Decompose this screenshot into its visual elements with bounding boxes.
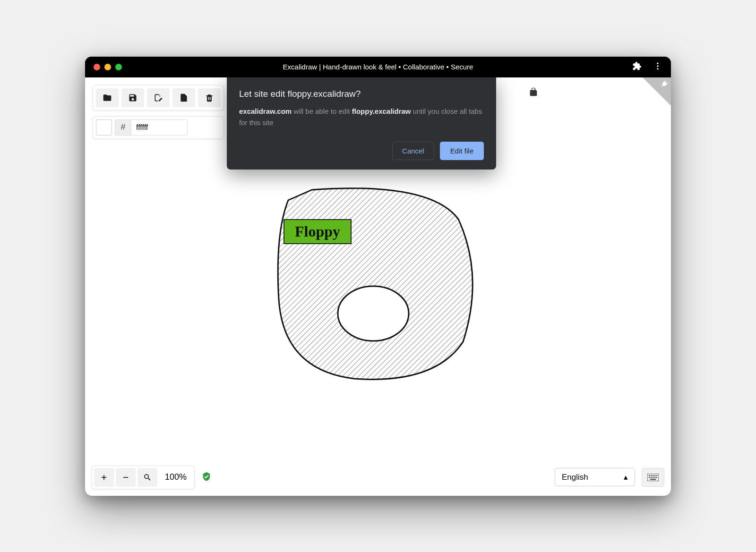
window-controls: [94, 64, 122, 70]
lock-toggle[interactable]: [528, 87, 539, 99]
language-select[interactable]: English ▴: [555, 468, 635, 486]
zoom-controls: 100%: [92, 466, 195, 489]
chevron-up-icon: ▴: [624, 472, 628, 482]
svg-rect-11: [649, 477, 650, 478]
minimize-window-button[interactable]: [104, 64, 111, 70]
extension-icon[interactable]: [632, 61, 642, 73]
file-permission-dialog: Let site edit floppy.excalidraw? excalid…: [227, 77, 496, 170]
svg-rect-12: [651, 477, 652, 478]
zoom-out-button[interactable]: [116, 468, 136, 487]
dialog-filename: floppy.excalidraw: [352, 107, 411, 115]
export-icon: [179, 93, 189, 102]
delete-button[interactable]: [198, 88, 221, 107]
svg-rect-14: [654, 477, 656, 478]
svg-rect-13: [653, 477, 654, 478]
browser-window: Excalidraw | Hand-drawn look & feel • Co…: [85, 57, 671, 496]
svg-point-2: [657, 68, 658, 69]
color-swatch[interactable]: [96, 119, 112, 136]
edit-file-button[interactable]: Edit file: [440, 142, 484, 160]
zoom-level: 100%: [159, 472, 192, 482]
open-button[interactable]: [96, 88, 119, 107]
zoom-in-button[interactable]: [94, 468, 114, 487]
bottom-bar: 100% English ▴: [92, 466, 664, 489]
minus-icon: [121, 473, 130, 482]
canvas-drawing[interactable]: [260, 186, 487, 389]
dialog-site: excalidraw.com: [239, 107, 292, 115]
titlebar: Excalidraw | Hand-drawn look & feel • Co…: [85, 57, 671, 77]
encryption-shield-icon[interactable]: [201, 471, 212, 484]
save-as-button[interactable]: [147, 88, 170, 107]
hash-prefix: #: [115, 119, 131, 136]
folder-open-icon: [103, 93, 112, 102]
svg-rect-16: [650, 479, 656, 480]
save-button[interactable]: [121, 88, 144, 107]
reset-zoom-icon: [143, 473, 152, 482]
hex-color-input[interactable]: [131, 119, 188, 136]
floppy-label[interactable]: Floppy: [284, 219, 352, 244]
window-title: Excalidraw | Hand-drawn look & feel • Co…: [85, 63, 671, 71]
trash-icon: [205, 93, 214, 102]
dialog-title: Let site edit floppy.excalidraw?: [239, 89, 484, 99]
plug-icon: [660, 79, 669, 91]
app-content: # Let site edit floppy.excalidraw? excal…: [85, 77, 671, 496]
svg-rect-9: [654, 475, 656, 476]
svg-rect-6: [649, 475, 650, 476]
language-label: English: [562, 473, 588, 482]
menu-icon[interactable]: [653, 61, 662, 73]
plus-icon: [100, 473, 108, 482]
background-color-control: #: [93, 116, 224, 139]
svg-point-1: [657, 65, 658, 67]
svg-rect-8: [653, 475, 654, 476]
maximize-window-button[interactable]: [115, 64, 122, 70]
keyboard-shortcuts-button[interactable]: [642, 468, 664, 487]
save-icon: [128, 93, 137, 102]
svg-point-0: [657, 62, 658, 64]
dialog-body: excalidraw.com will be able to edit flop…: [239, 106, 484, 128]
svg-rect-7: [651, 475, 652, 476]
svg-rect-15: [656, 477, 657, 478]
keyboard-icon: [647, 474, 659, 481]
close-window-button[interactable]: [94, 64, 100, 70]
export-button[interactable]: [172, 88, 195, 107]
top-toolbar: #: [93, 85, 224, 139]
save-edit-icon: [154, 93, 163, 102]
svg-point-4: [338, 286, 409, 341]
svg-rect-10: [656, 475, 657, 476]
cancel-button[interactable]: Cancel: [392, 142, 434, 160]
zoom-reset-button[interactable]: [137, 468, 157, 487]
